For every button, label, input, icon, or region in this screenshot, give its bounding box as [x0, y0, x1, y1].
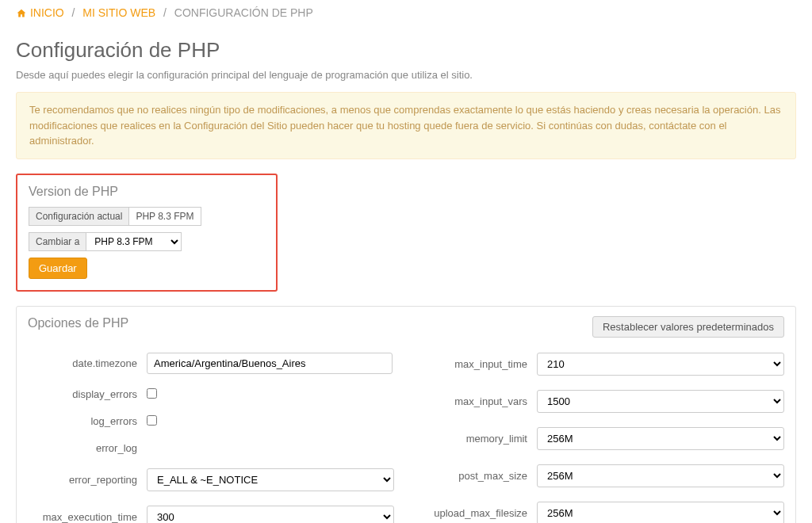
change-to-group: Cambiar a PHP 8.3 FPM [29, 232, 182, 251]
label-date-timezone: date.timezone [28, 357, 147, 369]
php-version-select[interactable]: PHP 8.3 FPM [86, 232, 182, 251]
label-display-errors: display_errors [28, 388, 147, 400]
breadcrumb-current: CONFIGURACIÓN DE PHP [174, 6, 313, 19]
label-upload-max-filesize: upload_max_filesize [418, 507, 537, 519]
label-error-reporting: error_reporting [28, 474, 147, 486]
input-date-timezone[interactable] [147, 353, 393, 374]
checkbox-display-errors[interactable] [147, 388, 157, 399]
current-config-value: PHP 8.3 FPM [129, 207, 201, 226]
reset-defaults-button[interactable]: Restablecer valores predeterminados [592, 316, 784, 338]
breadcrumb: INICIO / MI SITIO WEB / CONFIGURACIÓN DE… [16, 0, 796, 27]
label-max-input-vars: max_input_vars [418, 395, 537, 407]
page-subtitle: Desde aquí puedes elegir la configuració… [16, 69, 796, 81]
change-to-label: Cambiar a [29, 232, 86, 251]
select-max-input-vars[interactable]: 1500 [537, 390, 784, 413]
label-post-max-size: post_max_size [418, 470, 537, 482]
current-config-group: Configuración actual PHP 8.3 FPM [29, 207, 201, 226]
select-memory-limit[interactable]: 256M [537, 427, 784, 450]
php-version-panel: Version de PHP Configuración actual PHP … [16, 174, 278, 292]
page-title: Configuración de PHP [16, 38, 796, 63]
select-max-execution-time[interactable]: 300 [147, 506, 394, 524]
label-log-errors: log_errors [28, 415, 147, 427]
label-error-log: error_log [28, 442, 147, 454]
label-max-input-time: max_input_time [418, 358, 537, 370]
current-config-label: Configuración actual [29, 207, 129, 226]
breadcrumb-separator: / [72, 6, 75, 19]
select-error-reporting[interactable]: E_ALL & ~E_NOTICE [147, 468, 394, 491]
home-icon [16, 8, 27, 21]
checkbox-log-errors[interactable] [147, 415, 157, 426]
breadcrumb-separator: / [163, 6, 167, 19]
save-version-button[interactable]: Guardar [29, 258, 87, 279]
select-post-max-size[interactable]: 256M [537, 464, 784, 487]
php-options-panel: Opciones de PHP Restablecer valores pred… [16, 306, 796, 524]
breadcrumb-home-label: INICIO [30, 6, 64, 19]
label-max-execution-time: max_execution_time [28, 511, 147, 523]
label-memory-limit: memory_limit [418, 433, 537, 445]
warning-alert: Te recomendamos que no realices ningún t… [16, 92, 796, 159]
php-version-heading: Version de PHP [29, 185, 265, 199]
breadcrumb-site-link[interactable]: MI SITIO WEB [82, 6, 155, 19]
php-options-heading: Opciones de PHP [28, 316, 128, 330]
select-max-input-time[interactable]: 210 [537, 353, 784, 376]
select-upload-max-filesize[interactable]: 256M [537, 502, 784, 524]
breadcrumb-home-link[interactable]: INICIO [16, 6, 67, 19]
